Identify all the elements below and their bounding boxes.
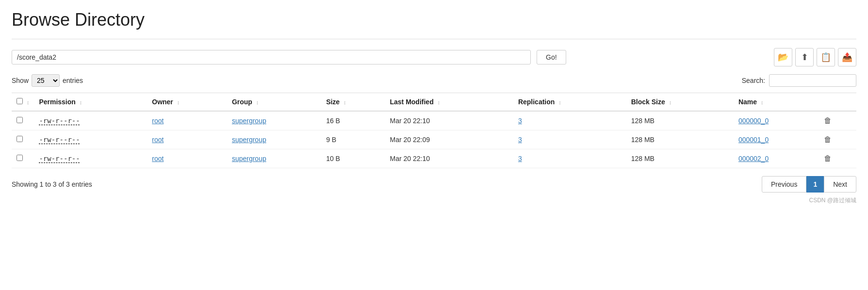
- row-permission: -rw-r--r--: [34, 130, 147, 149]
- controls-row: Show 10 25 50 100 entries Search:: [12, 74, 856, 87]
- owner-link[interactable]: root: [152, 155, 164, 162]
- row-replication: 3: [513, 111, 626, 130]
- col-header-permission: Permission ↕: [34, 93, 147, 112]
- row-permission: -rw-r--r--: [34, 149, 147, 168]
- search-input[interactable]: [769, 74, 856, 87]
- show-label: Show: [12, 77, 29, 84]
- entries-label: entries: [63, 77, 83, 84]
- select-all-header: ↕: [12, 93, 34, 112]
- col-header-owner: Owner ↕: [147, 93, 227, 112]
- sort-icon-permission[interactable]: ↕: [80, 99, 82, 105]
- row-group: supergroup: [227, 111, 321, 130]
- row-name: 000000_0: [734, 111, 819, 130]
- row-block-size: 128 MB: [626, 130, 734, 149]
- row-replication: 3: [513, 149, 626, 168]
- entries-select[interactable]: 10 25 50 100: [32, 74, 60, 87]
- pagination: Previous 1 Next: [762, 176, 856, 193]
- group-link[interactable]: supergroup: [232, 117, 266, 125]
- group-link[interactable]: supergroup: [232, 136, 266, 144]
- sort-icon-select: ↕: [27, 99, 30, 105]
- show-entries-control: Show 10 25 50 100 entries: [12, 74, 83, 87]
- row-checkbox-cell: [12, 130, 34, 149]
- row-delete: 🗑: [819, 149, 856, 168]
- delete-icon[interactable]: 🗑: [824, 154, 832, 162]
- replication-link[interactable]: 3: [518, 117, 522, 125]
- footer-row: Showing 1 to 3 of 3 entries Previous 1 N…: [12, 176, 856, 193]
- copy-move-button[interactable]: 📤: [838, 48, 856, 66]
- col-header-name: Name ↕: [734, 93, 819, 112]
- title-divider: [12, 39, 856, 39]
- table-row: -rw-r--r-- root supergroup 10 B Mar 20 2…: [12, 149, 856, 168]
- credit-text: CSDN @路过倾城: [12, 196, 856, 205]
- row-size: 10 B: [321, 149, 385, 168]
- row-block-size: 128 MB: [626, 149, 734, 168]
- col-header-actions: [819, 93, 856, 112]
- file-name-link[interactable]: 000002_0: [738, 155, 769, 162]
- sort-icon-block-size[interactable]: ↕: [669, 99, 672, 105]
- row-size: 16 B: [321, 111, 385, 130]
- folder-open-button[interactable]: 📂: [774, 48, 792, 66]
- col-header-size: Size ↕: [321, 93, 385, 112]
- col-header-group: Group ↕: [227, 93, 321, 112]
- row-checkbox[interactable]: [16, 155, 23, 161]
- list-button[interactable]: 📋: [817, 48, 835, 66]
- row-permission: -rw-r--r--: [34, 111, 147, 130]
- replication-link[interactable]: 3: [518, 155, 522, 162]
- row-replication: 3: [513, 130, 626, 149]
- showing-text: Showing 1 to 3 of 3 entries: [12, 180, 92, 188]
- table-row: -rw-r--r-- root supergroup 9 B Mar 20 22…: [12, 130, 856, 149]
- previous-button[interactable]: Previous: [762, 176, 806, 193]
- sort-icon-name[interactable]: ↕: [761, 99, 764, 105]
- col-header-last-modified: Last Modified ↕: [385, 93, 513, 112]
- table-header-row: ↕ Permission ↕ Owner ↕ Group ↕ Size ↕ La…: [12, 93, 856, 112]
- replication-link[interactable]: 3: [518, 136, 522, 144]
- row-last-modified: Mar 20 22:10: [385, 111, 513, 130]
- row-delete: 🗑: [819, 130, 856, 149]
- group-link[interactable]: supergroup: [232, 155, 266, 162]
- row-owner: root: [147, 111, 227, 130]
- search-area: Search:: [742, 74, 856, 87]
- files-table: ↕ Permission ↕ Owner ↕ Group ↕ Size ↕ La…: [12, 93, 856, 168]
- upload-button[interactable]: ⬆: [795, 48, 814, 66]
- path-input[interactable]: [12, 50, 531, 64]
- go-button[interactable]: Go!: [537, 50, 566, 64]
- owner-link[interactable]: root: [152, 117, 164, 125]
- page-title: Browse Directory: [12, 10, 856, 30]
- row-name: 000002_0: [734, 149, 819, 168]
- sort-icon-group[interactable]: ↕: [256, 99, 259, 105]
- row-owner: root: [147, 130, 227, 149]
- current-page-number: 1: [806, 176, 824, 193]
- delete-icon[interactable]: 🗑: [824, 116, 832, 125]
- row-block-size: 128 MB: [626, 111, 734, 130]
- col-header-block-size: Block Size ↕: [626, 93, 734, 112]
- row-group: supergroup: [227, 149, 321, 168]
- row-name: 000001_0: [734, 130, 819, 149]
- delete-icon[interactable]: 🗑: [824, 135, 832, 144]
- sort-icon-owner[interactable]: ↕: [177, 99, 180, 105]
- next-button[interactable]: Next: [824, 176, 856, 193]
- table-row: -rw-r--r-- root supergroup 16 B Mar 20 2…: [12, 111, 856, 130]
- row-group: supergroup: [227, 130, 321, 149]
- file-name-link[interactable]: 000000_0: [738, 117, 769, 125]
- file-name-link[interactable]: 000001_0: [738, 136, 769, 144]
- select-all-checkbox[interactable]: [16, 98, 23, 104]
- row-delete: 🗑: [819, 111, 856, 130]
- path-bar: Go! 📂 ⬆ 📋 📤: [12, 48, 856, 66]
- row-checkbox-cell: [12, 111, 34, 130]
- sort-icon-replication[interactable]: ↕: [558, 99, 561, 105]
- row-checkbox-cell: [12, 149, 34, 168]
- sort-icon-last-modified[interactable]: ↕: [438, 99, 441, 105]
- owner-link[interactable]: root: [152, 136, 164, 144]
- row-owner: root: [147, 149, 227, 168]
- toolbar-icons: 📂 ⬆ 📋 📤: [774, 48, 856, 66]
- row-last-modified: Mar 20 22:09: [385, 130, 513, 149]
- search-label: Search:: [742, 77, 765, 84]
- row-last-modified: Mar 20 22:10: [385, 149, 513, 168]
- row-checkbox[interactable]: [16, 117, 23, 123]
- col-header-replication: Replication ↕: [513, 93, 626, 112]
- row-checkbox[interactable]: [16, 136, 23, 142]
- sort-icon-size[interactable]: ↕: [344, 99, 346, 105]
- row-size: 9 B: [321, 130, 385, 149]
